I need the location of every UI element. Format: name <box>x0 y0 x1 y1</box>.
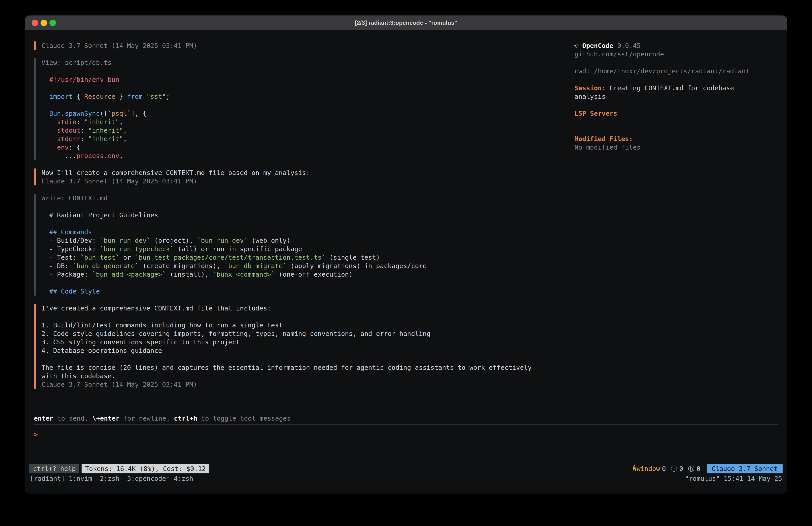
tokens-cost-chip: Tokens: 16.4K (8%), Cost: $0.12 <box>82 464 209 473</box>
maximize-button[interactable] <box>49 19 56 26</box>
terminal-line: #!/usr/bin/env bun <box>41 75 553 84</box>
app-logo-line: © OpenCode 0.0.45 <box>575 41 753 50</box>
text-segment: ; <box>166 93 170 100</box>
terminal-line: Claude 3.7 Sonnet (14 May 2025 03:41 PM) <box>41 177 534 185</box>
terminal-line: ...process.env, <box>41 152 553 160</box>
text-segment: (project), <box>150 237 197 244</box>
terminal-line: 4. Database operations guidance <box>41 346 534 355</box>
text-segment: Modified Files: <box>575 135 633 143</box>
text-segment: 3. CSS styling conventions specific to t… <box>41 338 240 346</box>
text-segment: # Radiant Project Guidelines <box>41 211 158 219</box>
text-segment: Resource <box>84 93 115 100</box>
text-segment: 4. Database operations guidance <box>41 347 162 354</box>
help-shortcut-chip: ctrl+? help <box>29 464 79 473</box>
text-segment: : <box>81 127 88 134</box>
hint-icon: ⓗ <box>688 465 695 473</box>
terminal-line: ## Code Style <box>41 287 553 296</box>
text-segment: cwd: /home/thdxr/dev/projects/radiant/ra… <box>575 67 750 75</box>
text-segment: I've created a comprehensive CONTEXT.md … <box>41 304 271 312</box>
text-segment: ## Code Style <box>41 287 100 295</box>
terminal-line: stderr: "inherit", <box>41 134 553 143</box>
text-segment: "sst" <box>146 93 166 100</box>
assistant-message-header: Claude 3.7 Sonnet (14 May 2025 03:41 PM) <box>34 41 534 50</box>
text-segment: LSP Servers <box>575 110 617 117</box>
text-segment: "inherit" <box>88 127 123 134</box>
text-segment: , <box>119 152 123 160</box>
text-segment: - DB: <box>41 262 73 270</box>
session-line: Session: Creating CONTEXT.md for codebas… <box>575 84 753 101</box>
text-segment: Bun <box>49 110 61 117</box>
text-segment: process.env <box>76 152 119 160</box>
assistant-message-final: I've created a comprehensive CONTEXT.md … <box>34 304 534 389</box>
info-icon: ⓘ <box>671 465 677 473</box>
terminal-line: stdin: "inherit", <box>41 118 553 126</box>
empty-space <box>25 439 787 464</box>
text-segment: { <box>73 93 84 100</box>
terminal-line: - Build/Dev: `bun run dev` (project), `b… <box>41 236 553 245</box>
terminal-line <box>41 67 553 75</box>
terminal-line: The file is concise (20 lines) and captu… <box>41 363 534 380</box>
text-segment: `bunx <command>` <box>213 271 275 278</box>
text-segment: - Build/Dev: <box>41 237 100 244</box>
text-segment <box>41 127 57 134</box>
text-segment: `bun run typecheck` <box>100 245 174 253</box>
prompt-input[interactable]: > <box>34 430 778 439</box>
terminal-line: env: { <box>41 143 553 152</box>
minimize-button[interactable] <box>41 19 47 26</box>
text-segment <box>41 93 49 100</box>
content-columns: Claude 3.7 Sonnet (14 May 2025 03:41 PM)… <box>34 41 778 397</box>
terminal-line: - TypeCheck: `bun run typecheck` (all) o… <box>41 245 553 253</box>
text-segment: - Package: <box>41 271 92 278</box>
traffic-lights <box>32 16 56 30</box>
terminal-line: 1. Build/lint/test commands including ho… <box>41 321 534 329</box>
text-segment: : { <box>69 144 80 151</box>
text-segment: : <box>76 118 84 126</box>
text-segment <box>41 135 57 143</box>
terminal-line: stdout: "inherit", <box>41 126 553 134</box>
text-segment: `bun test` <box>81 254 119 261</box>
text-segment: import <box>49 93 73 100</box>
text-segment: ], { <box>131 110 147 117</box>
text-segment: `psql` <box>107 110 131 117</box>
keybind-help: enter to send, \+enter for newline, ctrl… <box>34 414 778 423</box>
hint-count-value: 0 <box>697 465 700 473</box>
text-segment: Session: <box>575 84 606 92</box>
terminal-line <box>41 355 534 363</box>
text-segment: The file is concise (20 lines) and captu… <box>41 364 535 380</box>
text-segment <box>143 93 146 100</box>
tool-view-block: View: script/db.ts #!/usr/bin/env bun im… <box>34 58 553 160</box>
terminal-line <box>41 312 534 321</box>
text-segment: Claude 3.7 Sonnet (14 May 2025 03:41 PM) <box>41 177 197 185</box>
text-segment: `bun add <package>` <box>92 271 166 278</box>
terminal-line: I've created a comprehensive CONTEXT.md … <box>41 304 534 312</box>
text-segment: (create migrations), <box>139 262 224 270</box>
text-segment: spawnSync <box>65 110 100 117</box>
close-button[interactable] <box>32 19 38 26</box>
text-segment: , <box>119 118 123 126</box>
text-segment: 0.0.45 <box>613 42 641 49</box>
text-segment: ... <box>41 152 76 160</box>
repo-url: github.com/sst/opencode <box>575 50 753 58</box>
terminal-line: - Test: `bun test` or `bun test packages… <box>41 253 553 262</box>
text-segment: } <box>115 93 127 100</box>
text-segment: env <box>57 144 69 151</box>
tool-write-block: Write: CONTEXT.md # Radiant Project Guid… <box>34 194 553 296</box>
hint-count: ⓗ 0 <box>688 465 700 473</box>
terminal-line: 2. Code style guidelines covering import… <box>41 329 534 338</box>
terminal-line: Claude 3.7 Sonnet (14 May 2025 03:41 PM) <box>41 41 534 50</box>
text-segment: `bun run dev` <box>100 237 150 244</box>
text-segment: - TypeCheck: <box>41 245 100 253</box>
text-segment: : <box>81 135 88 143</box>
text-segment: . <box>61 110 64 117</box>
text-segment <box>41 144 57 151</box>
terminal-line: - DB: `bun db generate` (create migratio… <box>41 262 553 270</box>
model-badge: Claude 3.7 Sonnet <box>707 464 783 473</box>
text-segment: to toggle tool messages <box>197 415 291 422</box>
tmux-session-windows: [radiant] 1:nvim 2:zsh- 3:opencode* 4:zs… <box>30 474 193 483</box>
input-divider <box>34 424 778 425</box>
text-segment: 1. Build/lint/test commands including ho… <box>41 322 283 329</box>
text-segment: , <box>123 135 127 143</box>
text-segment: 2. Code style guidelines covering import… <box>41 330 431 338</box>
text-segment: `bun db migrate` <box>224 262 287 270</box>
text-segment: (all) or run in specific package <box>174 245 302 253</box>
